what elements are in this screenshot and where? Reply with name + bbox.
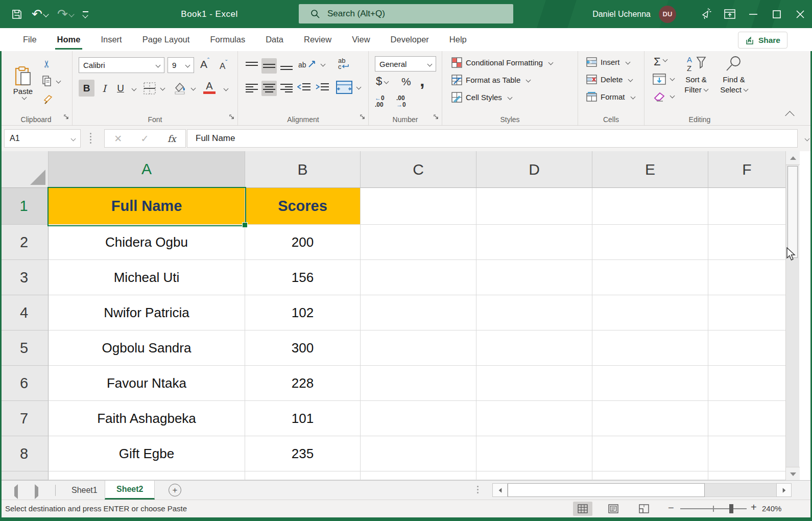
cell[interactable] [708, 436, 785, 471]
decrease-decimal-button[interactable]: .00→0 [396, 95, 406, 108]
tab-insert[interactable]: Insert [90, 28, 132, 51]
find-select-button[interactable]: Find &Select [716, 55, 752, 96]
align-right-button[interactable] [279, 81, 294, 96]
accounting-dropdown[interactable] [384, 79, 389, 84]
tab-developer[interactable]: Developer [380, 28, 439, 51]
alignment-dialog-launcher[interactable] [360, 113, 366, 122]
new-sheet-button[interactable]: + [169, 484, 181, 496]
row-header-8[interactable]: 8 [0, 436, 49, 471]
cell[interactable] [476, 366, 592, 401]
cell[interactable] [476, 401, 592, 436]
bold-button[interactable]: B [79, 80, 94, 97]
cell[interactable] [592, 295, 708, 330]
cell-b8[interactable]: 235 [245, 436, 361, 471]
clear-button[interactable] [653, 91, 674, 104]
cell[interactable] [361, 188, 476, 225]
cell[interactable] [592, 366, 708, 401]
font-color-dropdown[interactable] [224, 86, 229, 91]
page-layout-view-button[interactable] [604, 502, 623, 516]
borders-button[interactable] [143, 82, 164, 97]
row-header-3[interactable]: 3 [0, 260, 49, 295]
zoom-in-button[interactable]: + [751, 502, 757, 513]
fill-button[interactable] [653, 74, 674, 87]
tab-view[interactable]: View [342, 28, 380, 51]
cell-a8[interactable]: Gift Egbe [49, 436, 245, 471]
font-name-select[interactable]: Calibri [79, 57, 164, 73]
name-box[interactable]: A1 [4, 129, 81, 148]
cell[interactable] [49, 471, 245, 480]
column-header-b[interactable]: B [245, 151, 361, 188]
increase-decimal-button[interactable]: ←0.00 [375, 95, 385, 108]
row-header-9[interactable] [0, 471, 49, 480]
cell-b3[interactable]: 156 [245, 260, 361, 295]
redo-button[interactable]: ↷ [57, 8, 74, 20]
cell-a3[interactable]: Micheal Uti [49, 260, 245, 295]
cell[interactable] [592, 188, 708, 225]
normal-view-button[interactable] [573, 502, 592, 516]
scroll-down-button[interactable] [786, 467, 800, 481]
merge-center-button[interactable] [336, 81, 361, 96]
formula-input[interactable]: Full Name [187, 129, 798, 148]
cell-b4[interactable]: 102 [245, 295, 361, 330]
tab-review[interactable]: Review [294, 28, 342, 51]
cell-a7[interactable]: Faith Ashagbeka [49, 401, 245, 436]
column-header-d[interactable]: D [476, 151, 592, 188]
conditional-formatting-button[interactable]: Conditional Formatting [451, 57, 553, 68]
cell[interactable] [476, 330, 592, 366]
select-all-corner[interactable] [0, 151, 49, 188]
cell[interactable] [708, 330, 785, 366]
sheet-nav-left-icon[interactable] [14, 487, 18, 496]
cell[interactable] [708, 471, 785, 480]
customize-quick-access-toolbar-icon[interactable] [83, 11, 88, 17]
cell[interactable] [361, 295, 476, 330]
cell-a5[interactable]: Ogbolu Sandra [49, 330, 245, 366]
decrease-indent-button[interactable] [297, 83, 311, 95]
expand-formula-bar-chevron[interactable] [805, 136, 810, 141]
cell[interactable] [476, 471, 592, 480]
sheet-tab-sheet2[interactable]: Sheet2 [105, 481, 155, 500]
sheet-nav-right-icon[interactable] [35, 487, 38, 496]
bottom-align-button[interactable] [279, 58, 294, 74]
orientation-button[interactable]: ab [298, 60, 325, 69]
name-box-dropdown[interactable] [71, 136, 76, 141]
column-header-e[interactable]: E [592, 151, 708, 188]
cell-a1[interactable]: Full Name [49, 188, 245, 225]
cell-b7[interactable]: 101 [245, 401, 361, 436]
row-header-4[interactable]: 4 [0, 295, 49, 330]
cell[interactable] [708, 366, 785, 401]
comma-style-button[interactable]: , [420, 70, 424, 90]
cell[interactable] [592, 401, 708, 436]
column-header-a[interactable]: A [49, 151, 245, 188]
ribbon-display-options-icon[interactable] [718, 0, 742, 28]
cell[interactable] [361, 366, 476, 401]
clipboard-dialog-launcher[interactable] [64, 113, 69, 122]
cell[interactable] [708, 225, 785, 260]
cell[interactable] [361, 225, 476, 260]
cell-b2[interactable]: 200 [245, 225, 361, 260]
tab-data[interactable]: Data [255, 28, 294, 51]
tab-strip-resize-handle[interactable] [477, 486, 479, 493]
format-painter-button[interactable] [43, 93, 54, 106]
cancel-icon[interactable]: ✕ [114, 133, 122, 145]
sheet-tab-sheet1[interactable]: Sheet1 [60, 481, 109, 500]
cell[interactable] [708, 260, 785, 295]
clear-dropdown[interactable] [670, 93, 675, 99]
underline-dropdown[interactable] [132, 86, 137, 91]
fill-dropdown[interactable] [670, 76, 675, 81]
fill-color-dropdown[interactable] [191, 86, 196, 91]
cell[interactable] [708, 188, 785, 225]
minimize-button[interactable] [742, 0, 765, 28]
row-header-6[interactable]: 6 [0, 366, 49, 401]
row-header-1[interactable]: 1 [0, 188, 49, 225]
avatar[interactable]: DU [659, 6, 676, 23]
scroll-right-button[interactable] [776, 483, 792, 497]
cell[interactable] [476, 436, 592, 471]
cell[interactable] [476, 225, 592, 260]
percent-style-button[interactable]: % [401, 76, 411, 88]
row-header-5[interactable]: 5 [0, 330, 49, 366]
cell[interactable] [592, 471, 708, 480]
share-button[interactable]: Share [738, 32, 787, 49]
tab-help[interactable]: Help [439, 28, 477, 51]
italic-button[interactable]: I [97, 80, 111, 97]
close-button[interactable] [789, 0, 812, 28]
